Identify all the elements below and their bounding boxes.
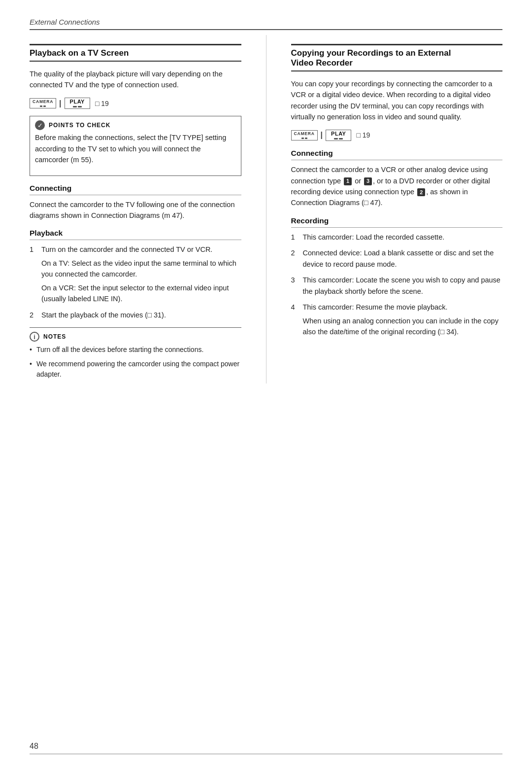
playback-content-1: Turn on the camcorder and the connected … [41,244,241,304]
recording-text-2: Connected device: Load a blank cassette … [303,249,494,268]
recording-num-1: 1 [291,232,299,243]
left-badge-separator: | [59,99,61,108]
notes-box: i NOTES Turn off all the devices before … [30,327,241,380]
right-main-title: Copying your Recordings to an External V… [291,48,503,68]
left-play-dots [73,106,82,107]
playback-text-2: Start the playback of the movies (□ 31). [41,311,166,319]
right-cam-dot-1 [301,138,304,139]
badge-num-3: 3 [364,177,372,185]
notes-header: i NOTES [30,332,241,342]
recording-item-1: 1 This camcorder: Load the recorded cass… [291,232,503,243]
page-number-row: 48 [30,742,502,754]
right-page-ref: □ 19 [356,131,370,139]
left-connecting-title: Connecting [30,184,241,193]
points-check-header: ✓ POINTS TO CHECK [35,120,236,130]
recording-num-2: 2 [291,247,299,270]
recording-content-1: This camcorder: Load the recorded casset… [303,232,503,243]
playback-sub-1b: On a VCR: Set the input selector to the … [41,282,241,305]
right-connecting-title: Connecting [291,149,503,158]
playback-content-2: Start the playback of the movies (□ 31). [41,310,241,320]
book-icon-right: □ [356,131,360,139]
header-section: External Connections [30,18,502,30]
left-body-text: The quality of the playback picture will… [30,69,241,91]
left-column: Playback on a TV Screen The quality of t… [30,35,246,384]
notes-item-2: We recommend powering the camcorder usin… [30,359,241,380]
points-check-label: POINTS TO CHECK [49,122,110,129]
playback-item-1: 1 Turn on the camcorder and the connecte… [30,244,241,304]
right-play-rect-2 [339,138,343,140]
right-badge-separator: | [321,131,323,140]
playback-num-1: 1 [30,244,37,304]
right-camera-dots [301,138,307,139]
right-recording-title: Recording [291,216,503,225]
right-camera-badge: CAMERA [291,130,318,140]
playback-text-1: Turn on the camcorder and the connected … [41,245,212,253]
right-section-title-bar: Copying your Recordings to an External V… [291,44,503,71]
left-camera-badge: CAMERA [30,98,56,108]
left-playback-title-bar: Playback [30,229,241,240]
badge-num-2: 2 [417,188,425,196]
left-main-title: Playback on a TV Screen [30,48,241,58]
right-play-rect-1 [334,138,338,140]
right-play-label: PLAY [331,131,346,137]
right-play-dots [334,138,343,140]
left-camera-dots [40,105,46,107]
badge-num-1: 1 [344,177,352,185]
left-playback-title: Playback [30,229,241,238]
two-column-layout: Playback on a TV Screen The quality of t… [30,35,502,384]
points-check-text: Before making the connections, select th… [35,132,236,165]
right-camera-label: CAMERA [294,131,315,136]
playback-num-2: 2 [30,310,37,320]
cam-dot-1 [40,105,42,107]
left-page-ref: □ 19 [95,100,109,107]
book-icon-left: □ [95,100,99,107]
recording-content-2: Connected device: Load a blank cassette … [303,247,503,270]
right-title-line1: Copying your Recordings to an External [291,48,451,58]
right-body-text: You can copy your recordings by connecti… [291,78,503,123]
right-connecting-text: Connect the camcorder to a VCR or other … [291,164,503,209]
cam-dot-2 [43,105,46,107]
recording-content-4: This camcorder: Resume the movie playbac… [303,302,503,337]
points-check-box: ✓ POINTS TO CHECK Before making the conn… [30,116,241,175]
recording-content-3: This camcorder: Locate the scene you wis… [303,275,503,297]
right-column: Copying your Recordings to an External V… [286,35,503,384]
left-connecting-title-bar: Connecting [30,184,241,195]
notes-item-1: Turn off all the devices before starting… [30,345,241,355]
left-badge-row: CAMERA | PLAY □ 19 [30,98,241,109]
recording-sub-4a: When using an analog connection you can … [303,315,503,338]
left-connecting-text: Connect the camcorder to the TV followin… [30,199,241,221]
right-recording-title-bar: Recording [291,216,503,228]
playback-sub-1a: On a TV: Select as the video input the s… [41,258,241,280]
left-camera-label: CAMERA [33,99,53,104]
left-play-badge: PLAY [65,98,90,109]
recording-num-3: 3 [291,275,299,297]
playback-item-2: 2 Start the playback of the movies (□ 31… [30,310,241,320]
page-wrapper: External Connections Playback on a TV Sc… [0,0,532,769]
recording-text-1: This camcorder: Load the recorded casset… [303,233,445,241]
play-rect-1 [73,106,77,107]
page-number: 48 [30,742,38,751]
right-recording-list: 1 This camcorder: Load the recorded cass… [291,232,503,338]
play-rect-2 [78,106,82,107]
right-title-line2: Video Recorder [291,58,353,68]
check-icon: ✓ [35,120,45,130]
recording-text-4: This camcorder: Resume the movie playbac… [303,303,448,311]
top-rule [30,29,502,30]
left-section-title-bar: Playback on a TV Screen [30,44,241,62]
left-playback-list: 1 Turn on the camcorder and the connecte… [30,244,241,320]
recording-item-3: 3 This camcorder: Locate the scene you w… [291,275,503,297]
left-play-label: PLAY [70,99,85,105]
recording-num-4: 4 [291,302,299,337]
recording-item-2: 2 Connected device: Load a blank cassett… [291,247,503,270]
bottom-rule [30,754,502,754]
info-icon: i [30,332,39,342]
recording-item-4: 4 This camcorder: Resume the movie playb… [291,302,503,337]
recording-text-3: This camcorder: Locate the scene you wis… [303,276,500,295]
column-divider [266,35,266,384]
right-cam-dot-2 [305,138,307,139]
right-play-badge: PLAY [326,130,351,141]
page-header-title: External Connections [30,18,502,26]
right-connecting-title-bar: Connecting [291,149,503,160]
notes-list: Turn off all the devices before starting… [30,345,241,380]
right-badge-row: CAMERA | PLAY □ 19 [291,130,503,141]
